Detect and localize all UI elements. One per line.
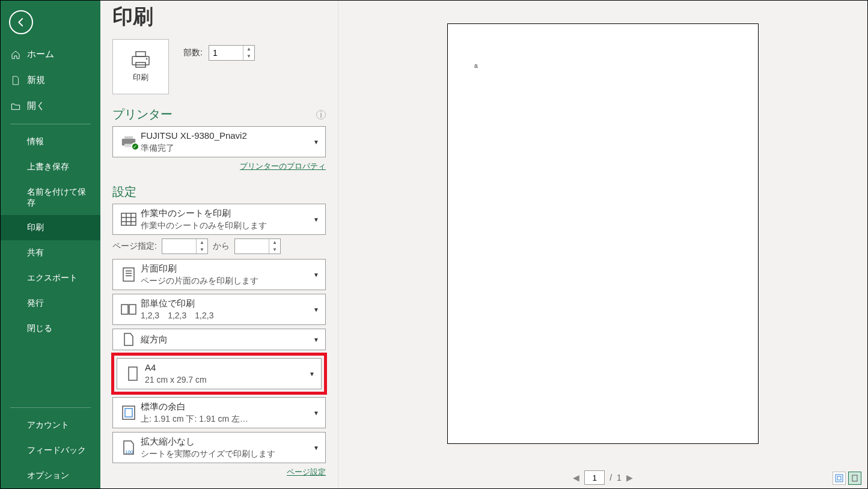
sidebar-item-publish[interactable]: 発行 [1,291,100,316]
sidebar-item-open[interactable]: 開く [1,93,100,119]
sidebar-item-share[interactable]: 共有 [1,240,100,266]
svg-point-3 [146,58,148,60]
spinner-up[interactable]: ▲ [197,239,207,246]
app-root: ホーム 新規 開く 情報 上書き保存 名前を付けて保存 印刷 共有 エクスポート… [0,0,868,489]
printer-name: FUJITSU XL-9380_Pnavi2 [141,130,310,142]
chevron-down-icon: ▼ [313,139,319,145]
pages-label: ページ指定: [112,241,157,252]
sidebar-item-options[interactable]: オプション [1,463,100,488]
pages-to-label: から [213,241,230,252]
page-separator: / [610,473,612,482]
page-setup-link[interactable]: ページ設定 [287,467,326,476]
back-button[interactable] [9,10,33,34]
info-icon[interactable]: i [316,110,326,120]
chevron-down-icon: ▼ [313,306,319,313]
home-icon [10,49,21,60]
copies-input[interactable] [209,46,243,60]
prev-page-button[interactable]: ◀ [573,473,579,482]
svg-text:100: 100 [125,449,133,455]
sidebar-item-label: 開く [27,100,45,112]
svg-rect-17 [129,305,136,314]
scaling-main: 拡大縮小なし [141,436,310,448]
printer-properties-link[interactable]: プリンターのプロパティ [240,162,326,171]
preview-content: a [474,62,478,69]
print-scope-select[interactable]: 作業中のシートを印刷 作業中のシートのみを印刷します ▼ [112,204,326,235]
chevron-down-icon: ▼ [309,371,315,377]
grid-sheet-icon [121,213,136,226]
pages-from-input[interactable] [162,239,196,254]
page-preview: a [447,23,759,444]
collate-select[interactable]: 部単位で印刷 1,2,3 1,2,3 1,2,3 ▼ [112,294,326,325]
sidebar-item-account[interactable]: アカウント [1,413,100,438]
sidebar-item-label: 情報 [27,136,44,147]
pages-to-input[interactable] [235,239,269,254]
show-margins-button[interactable] [833,472,846,485]
sidebar-item-new[interactable]: 新規 [1,67,100,93]
spinner-up[interactable]: ▲ [269,239,280,246]
svg-rect-12 [123,268,134,281]
sidebar-item-home[interactable]: ホーム [1,41,100,67]
svg-rect-1 [136,52,145,56]
margins-sub: 上: 1.91 cm 下: 1.91 cm 左… [141,413,310,425]
paper-size-select[interactable]: A4 21 cm x 29.7 cm ▼ [117,358,322,389]
zoom-to-page-button[interactable] [848,472,861,485]
orientation-select[interactable]: 縦方向 ▼ [112,329,326,350]
pages-from-spinner[interactable]: ▲▼ [162,238,208,254]
sidebar-item-label: オプション [27,470,69,481]
scaling-sub: シートを実際のサイズで印刷します [141,448,310,460]
svg-rect-23 [837,476,841,480]
sidebar-item-save[interactable]: 上書き保存 [1,154,100,180]
sidebar-item-feedback[interactable]: フィードバック [1,438,100,463]
paper-size-highlight: A4 21 cm x 29.7 cm ▼ [111,353,327,395]
next-page-button[interactable]: ▶ [626,473,633,482]
collate-main: 部単位で印刷 [141,297,310,309]
sides-select[interactable]: 片面印刷 ページの片面のみを印刷します ▼ [112,259,326,290]
sidebar-divider [10,407,91,408]
sidebar-item-print[interactable]: 印刷 [1,215,100,240]
spinner-down[interactable]: ▼ [269,246,280,254]
chevron-down-icon: ▼ [313,216,319,223]
scaling-select[interactable]: 100 拡大縮小なし シートを実際のサイズで印刷します ▼ [112,432,326,463]
sidebar-item-label: アカウント [27,420,69,431]
current-page-input[interactable] [584,470,605,485]
margins-main: 標準の余白 [141,401,310,413]
svg-rect-22 [836,475,843,482]
sidebar-item-saveas[interactable]: 名前を付けて保存 [1,180,100,215]
status-ready-badge-icon [131,142,139,151]
sidebar-item-label: ホーム [27,49,54,60]
copies-spinner[interactable]: ▲▼ [209,45,255,61]
paper-sub: 21 cm x 29.7 cm [145,374,305,386]
page-title: 印刷 [112,3,326,31]
spinner-down[interactable]: ▼ [197,246,207,254]
sidebar-item-label: 新規 [27,74,45,86]
sidebar-item-label: 発行 [27,298,44,309]
margins-select[interactable]: 標準の余白 上: 1.91 cm 下: 1.91 cm 左… ▼ [112,397,326,428]
sidebar-item-label: 共有 [27,248,44,258]
chevron-down-icon: ▼ [313,272,319,278]
print-settings-pane: 印刷 印刷 部数: ▲▼ プリンター i [100,1,338,488]
sidebar-item-close[interactable]: 閉じる [1,316,100,341]
sidebar-item-export[interactable]: エクスポート [1,266,100,291]
collate-sub: 1,2,3 1,2,3 1,2,3 [141,310,310,321]
orientation-main: 縦方向 [141,333,310,345]
print-button[interactable]: 印刷 [112,39,169,94]
settings-section-header: 設定 [112,184,136,200]
spinner-down[interactable]: ▼ [243,53,254,60]
print-button-label: 印刷 [133,72,148,83]
spinner-up[interactable]: ▲ [243,46,254,53]
page-navigator: ◀ / 1 ▶ [338,467,867,488]
margins-toggle-icon [835,474,843,482]
chevron-down-icon: ▼ [313,445,319,451]
sidebar-item-info[interactable]: 情報 [1,129,100,154]
margins-icon [121,405,136,421]
total-pages: 1 [617,473,622,482]
svg-rect-0 [132,56,149,65]
sidebar-item-label: 印刷 [27,222,44,233]
chevron-down-icon: ▼ [313,336,319,343]
pages-to-spinner[interactable]: ▲▼ [234,238,281,254]
single-side-icon [121,267,136,282]
open-folder-icon [10,101,21,112]
printer-select[interactable]: FUJITSU XL-9380_Pnavi2 準備完了 ▼ [112,126,326,157]
svg-rect-16 [121,305,128,314]
printer-icon [129,50,153,68]
